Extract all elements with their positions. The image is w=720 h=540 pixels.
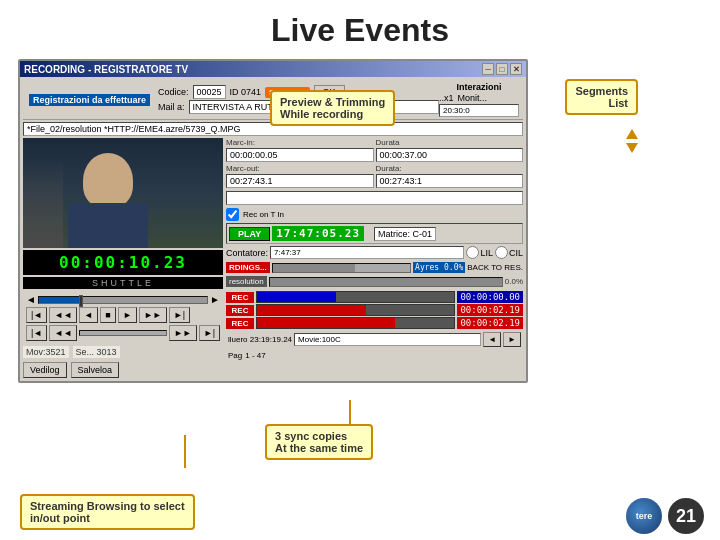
tere-logo: tere [626, 498, 662, 534]
rec-bars: REC 00:00:00.00 REC 00:00:02.19 [226, 291, 523, 329]
durata-top-input[interactable]: 00:00:37.00 [376, 148, 524, 162]
marc-out-label: Marc-out: [226, 164, 374, 173]
durata-bot-group: Durata: 00:27:43:1 [376, 164, 524, 188]
streaming-line1: Streaming Browsing to select [30, 500, 185, 512]
rdings-fill [273, 264, 355, 272]
fwd-btn[interactable]: ►► [169, 325, 197, 341]
sync-line1: 3 sync copies [275, 430, 363, 442]
interazioni-col2: Monit... [458, 93, 488, 103]
main-progress-bar[interactable] [38, 296, 208, 304]
resolution-row: resolution 0.0% [226, 276, 523, 287]
contatore-input[interactable]: 7:47:37 [270, 246, 464, 259]
rdings-bar [272, 263, 411, 273]
sync-line2: At the same time [275, 442, 363, 454]
preview-line1: Preview & Trimming [280, 96, 385, 108]
rec-bar-1: REC 00:00:00.00 [226, 291, 523, 303]
marc-in-label: Marc-in: [226, 138, 374, 147]
durata-bot-input[interactable]: 00:27:43:1 [376, 174, 524, 188]
rec-track-2 [256, 304, 455, 316]
rec-track-1 [256, 291, 455, 303]
page-row: Pag 1 - 47 [226, 350, 523, 361]
radio-cil[interactable]: CIL [495, 246, 523, 259]
next-btn[interactable]: ►| [199, 325, 220, 341]
segments-label: Segments [575, 85, 628, 97]
timecode-display: 00:00:10.23 [23, 250, 223, 275]
codice-label: Codice: [158, 87, 189, 97]
date-label: lluero 23:19:19.24 [228, 335, 292, 344]
interazioni-header: Interazioni ..x1 Monit... 20:30:0 [439, 82, 519, 117]
rec-on-label: Rec on T In [243, 210, 284, 219]
registrations-section: Registrazioni da effettuare [27, 92, 152, 108]
rec-time-2: 00:00:02.19 [457, 304, 523, 316]
middle-section: 00:00:10.23 SHUTTLE ◄ ► [23, 138, 523, 378]
sidebar-arrows [626, 129, 638, 153]
sel-value: Se... 3013 [73, 346, 120, 358]
radio-lil[interactable]: LIL [466, 246, 493, 259]
movie-input[interactable]: Movie:100C [294, 333, 481, 346]
next-frame-button[interactable]: ►| [169, 307, 190, 323]
arrow-down-icon [626, 143, 638, 153]
prev-frame-button[interactable]: |◄ [26, 307, 47, 323]
regist-label: Registrazioni da effettuare [29, 94, 150, 106]
rec-label-2: REC [226, 305, 254, 316]
regist-label-row: Registrazioni da effettuare [29, 94, 150, 106]
transport-row-3: |◄ ◄◄ ►► ►| [26, 325, 220, 341]
preview-trimming-callout: Preview & Trimming While recording [270, 90, 395, 126]
streaming-browsing-callout: Streaming Browsing to select in/out poin… [20, 494, 195, 530]
right-sidebar: Segments List [538, 59, 638, 383]
rev-play-button[interactable]: ◄ [79, 307, 98, 323]
play-bar: PLAY 17:47:05.23 Matrice: C-01 [226, 223, 523, 244]
progress-thumb [79, 295, 83, 307]
marc-out-input[interactable]: 00:27:43.1 [226, 174, 374, 188]
video-person-head [83, 153, 133, 208]
page-title: Live Events [0, 0, 720, 57]
matrix-value: Matrice: C-01 [374, 227, 436, 241]
video-person-body [68, 203, 148, 248]
page-value: 1 - 47 [245, 351, 265, 360]
rec-label-1: REC [226, 292, 254, 303]
play-main-button[interactable]: PLAY [229, 227, 270, 241]
scrub-bar[interactable] [79, 330, 167, 336]
video-crowd [23, 158, 63, 248]
rdings-avres: Ayres 0.0% [413, 262, 465, 273]
minimize-button[interactable]: ─ [482, 63, 494, 75]
rec-label-3: REC [226, 318, 254, 329]
page-label: Pag [228, 351, 242, 360]
stop-button[interactable]: ■ [100, 307, 116, 323]
salveloa-button[interactable]: Salveloa [71, 362, 120, 378]
notes-input[interactable] [226, 191, 523, 205]
resolution-bar [269, 277, 503, 287]
marc-in-input[interactable]: 00:00:00.05 [226, 148, 374, 162]
rec-on-check[interactable] [226, 208, 239, 221]
window-controls: ─ □ ✕ [482, 63, 522, 75]
nav-prev-button[interactable]: ◄ [483, 332, 501, 347]
tere-text: tere [636, 511, 653, 521]
segments-list-callout: Segments List [565, 79, 638, 115]
durata-bot-label: Durata: [376, 164, 524, 173]
rev-btn[interactable]: ◄◄ [49, 325, 77, 341]
vedilog-button[interactable]: Vedilog [23, 362, 67, 378]
rewind-button[interactable]: ◄◄ [49, 307, 77, 323]
progress-fill [39, 297, 81, 303]
marc-out-group: Marc-out: 00:27:43.1 [226, 164, 374, 188]
notes-row [226, 191, 523, 205]
close-button[interactable]: ✕ [510, 63, 522, 75]
resolution-label-btn: resolution [226, 276, 267, 287]
rec-fill-3 [257, 318, 395, 328]
back-to-res: BACK TO RES. [467, 263, 523, 272]
resolution-val: 0.0% [505, 277, 523, 286]
preview-line2: While recording [280, 108, 385, 120]
fast-fwd-button[interactable]: ►► [139, 307, 167, 323]
rec-bar-2: REC 00:00:02.19 [226, 304, 523, 316]
list-label: List [575, 97, 628, 109]
nav-next-button[interactable]: ► [503, 332, 521, 347]
rec-track-3 [256, 317, 455, 329]
rec-fill-1 [257, 292, 336, 302]
durata-top-group: Durata 00:00:37.00 [376, 138, 524, 162]
transport-controls: ◄ ► |◄ ◄◄ ◄ ■ ► [23, 291, 223, 344]
play-forward-button[interactable]: ► [118, 307, 137, 323]
status-row: lluero 23:19:19.24 Movie:100C ◄ ► [226, 331, 523, 348]
maximize-button[interactable]: □ [496, 63, 508, 75]
prev-btn[interactable]: |◄ [26, 325, 47, 341]
rec-time-3: 00:00:02.19 [457, 317, 523, 329]
